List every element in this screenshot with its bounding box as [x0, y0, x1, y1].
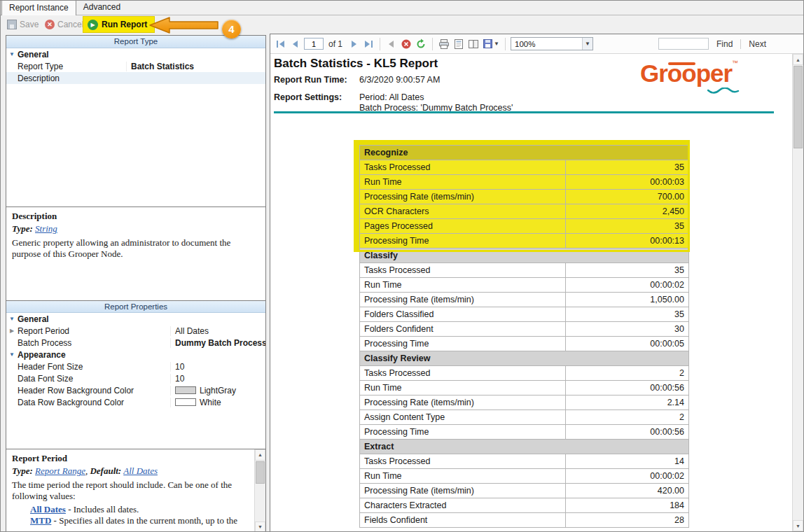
metric-value-cell: 35: [566, 307, 689, 322]
stop-rendering-icon[interactable]: [400, 38, 413, 50]
property-row-report-type[interactable]: Report Type Batch Statistics: [6, 60, 265, 72]
export-icon[interactable]: ▼: [482, 38, 500, 50]
report-table-row: Processing Time 00:00:05: [360, 337, 689, 351]
category-row-general[interactable]: ▼ General: [6, 48, 265, 60]
metric-label-cell: Tasks Processed: [360, 366, 566, 381]
metric-value-cell: 35: [566, 160, 689, 175]
report-table-row: Processing Time 00:00:13: [360, 234, 689, 248]
back-to-parent-icon[interactable]: [385, 38, 398, 50]
previous-page-icon[interactable]: [289, 38, 302, 50]
print-layout-icon[interactable]: [452, 38, 465, 50]
metric-label-cell: Run Time: [360, 278, 566, 293]
type-label: Type:: [12, 465, 33, 476]
scroll-thumb[interactable]: [793, 66, 803, 148]
term-link[interactable]: All Dates: [30, 504, 66, 514]
report-table-row: Characters Extracted 184: [360, 498, 689, 513]
metric-label-cell: Folders Classified: [360, 307, 566, 322]
save-icon: [7, 20, 17, 29]
metric-label-cell: Processing Rate (items/min): [360, 293, 566, 307]
property-value[interactable]: LightGray: [170, 386, 265, 396]
report-table-row: Processing Time 00:00:56: [360, 425, 689, 440]
metric-label-cell: Processing Rate (items/min): [360, 484, 566, 498]
page-setup-icon[interactable]: [467, 38, 480, 50]
chevron-right-icon[interactable]: ▶: [6, 328, 18, 334]
property-row-header-row-bg-color[interactable]: Header Row Background Color LightGray: [6, 384, 265, 396]
help-scrollbar[interactable]: ▲ ▼: [254, 449, 265, 532]
report-table-row: Processing Rate (items/min) 1,050.00: [360, 293, 689, 307]
zoom-value: 100%: [511, 40, 582, 48]
report-scrollbar[interactable]: ▲ ▼: [792, 54, 803, 531]
property-row-batch-process[interactable]: Batch Process Dummy Batch Process: [6, 337, 265, 349]
metric-value-cell: 420.00: [566, 484, 689, 498]
help-type-line: Type: String: [12, 223, 260, 234]
tab-report-instance[interactable]: Report Instance: [1, 0, 76, 15]
property-value[interactable]: White: [170, 398, 265, 407]
last-page-icon[interactable]: [362, 38, 375, 50]
section-header-cell: Classify: [360, 248, 689, 263]
tab-advanced[interactable]: Advanced: [76, 0, 127, 15]
section-header-cell: Recognize: [360, 146, 689, 160]
next-page-icon[interactable]: [347, 38, 360, 50]
chevron-down-icon[interactable]: ▼: [6, 51, 18, 57]
property-row-header-font-size[interactable]: Header Font Size 10: [6, 360, 265, 372]
zoom-select[interactable]: 100% ▼: [511, 37, 593, 50]
run-report-button[interactable]: ▶ Run Report: [83, 16, 155, 33]
report-table-row: Assign Content Type 2: [360, 410, 689, 425]
type-link[interactable]: String: [35, 223, 57, 234]
property-label: Header Font Size: [18, 362, 170, 372]
property-label: Report Type: [18, 62, 126, 71]
property-value[interactable]: Dummy Batch Process: [170, 338, 265, 348]
report-table-row: Fields Confident 28: [360, 513, 689, 528]
first-page-icon[interactable]: [275, 38, 287, 50]
default-label: Default:: [90, 465, 121, 476]
find-next-button[interactable]: Next: [743, 39, 772, 49]
metric-value-cell: 00:00:02: [566, 278, 689, 293]
property-value[interactable]: 10: [170, 362, 265, 372]
page-number-input[interactable]: [304, 38, 324, 50]
chevron-down-icon[interactable]: ▼: [6, 316, 18, 322]
chevron-down-icon[interactable]: ▼: [6, 351, 18, 358]
property-row-data-row-bg-color[interactable]: Data Row Background Color White: [6, 396, 265, 408]
report-table-section-row: Recognize: [360, 146, 689, 160]
type-link[interactable]: Report Range: [35, 465, 85, 476]
property-row-description[interactable]: Description: [6, 72, 265, 84]
report-title: Batch Statistics - KL5 Report: [274, 57, 438, 71]
scroll-down-icon[interactable]: ▼: [793, 520, 803, 531]
find-text-input[interactable]: [658, 38, 709, 50]
color-name: White: [200, 398, 221, 407]
separator: [740, 39, 741, 49]
scroll-thumb[interactable]: [256, 461, 265, 484]
annotation-arrow-icon: [148, 16, 220, 34]
help-list-item: MTD - Specifies all dates in the current…: [12, 515, 250, 526]
metric-label-cell: Tasks Processed: [360, 160, 566, 175]
print-icon[interactable]: [438, 38, 450, 50]
property-value[interactable]: 10: [170, 374, 265, 384]
term-link[interactable]: MTD: [30, 515, 51, 526]
cancel-icon: ✕: [45, 20, 55, 29]
metric-label-cell: Characters Extracted: [360, 498, 566, 513]
scroll-up-icon[interactable]: ▲: [793, 54, 803, 65]
category-row-appearance[interactable]: ▼ Appearance: [6, 349, 265, 360]
metric-label-cell: Run Time: [360, 175, 566, 190]
property-row-report-period[interactable]: ▶ Report Period All Dates: [6, 325, 265, 337]
cancel-button[interactable]: ✕ Cancel: [42, 17, 86, 32]
property-value[interactable]: Batch Statistics: [126, 62, 265, 71]
scroll-down-icon[interactable]: ▼: [255, 522, 265, 532]
term-desc: - Includes all dates.: [66, 504, 139, 514]
help-body: The time period the report should includ…: [12, 479, 250, 503]
save-button[interactable]: Save: [4, 17, 41, 32]
find-button[interactable]: Find: [711, 39, 738, 49]
save-label: Save: [20, 20, 39, 29]
default-link[interactable]: All Dates: [123, 465, 158, 476]
description-help-box: Description Type: String Generic propert…: [6, 206, 265, 300]
category-label: Appearance: [18, 350, 170, 360]
chevron-down-icon: ▼: [582, 38, 592, 50]
chevron-down-icon: ▼: [494, 41, 499, 47]
property-row-data-font-size[interactable]: Data Font Size 10: [6, 372, 265, 384]
category-row-general[interactable]: ▼ General: [6, 313, 265, 325]
scroll-up-icon[interactable]: ▲: [255, 449, 265, 461]
property-value[interactable]: All Dates: [170, 326, 265, 336]
report-table-row: Tasks Processed 2: [360, 366, 689, 381]
metric-value-cell: 35: [566, 263, 689, 278]
refresh-icon[interactable]: [415, 38, 427, 50]
